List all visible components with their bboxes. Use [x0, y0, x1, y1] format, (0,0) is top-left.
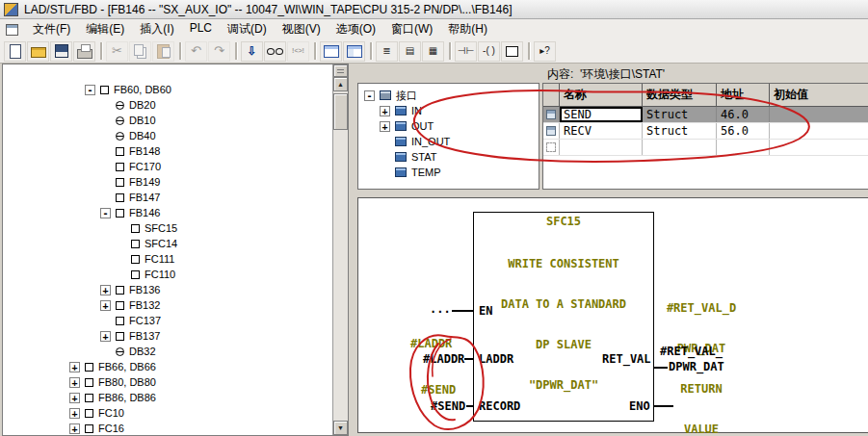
- tree-item-db40[interactable]: DB40: [3, 128, 332, 143]
- tree-item-fc110[interactable]: FC110: [3, 267, 332, 282]
- expander-plus-icon[interactable]: [69, 362, 80, 372]
- download-button[interactable]: ⇩: [241, 41, 263, 62]
- expander-minus-icon[interactable]: [100, 208, 111, 218]
- menu-item-window[interactable]: 窗口(W): [383, 19, 440, 39]
- expander-plus-icon[interactable]: [69, 393, 80, 403]
- expander-plus-icon[interactable]: [69, 377, 80, 388]
- tree-item-fb137[interactable]: FB137: [3, 328, 332, 344]
- tree-item-fc16[interactable]: FC16: [3, 421, 332, 435]
- interface-item-stat[interactable]: STAT: [358, 149, 539, 165]
- menu-item-insert[interactable]: 插入(I): [132, 19, 181, 39]
- scroll-up-button[interactable]: [333, 77, 348, 91]
- interface-item-in-out[interactable]: IN_OUT: [358, 134, 539, 149]
- interface-item-root[interactable]: 接口: [358, 88, 539, 103]
- new-button[interactable]: [4, 41, 26, 62]
- operand-laddr[interactable]: #LADDR: [423, 352, 464, 366]
- scroll-down-button[interactable]: [333, 421, 348, 435]
- tree-item-fb86-db86[interactable]: FB86, DB86: [3, 390, 332, 405]
- program-elements-button[interactable]: ▦: [422, 41, 444, 62]
- network-list-button[interactable]: ≣: [376, 41, 398, 62]
- insert-contact-button[interactable]: ⊣⊢: [455, 41, 477, 62]
- column-header-initial-value[interactable]: 初始值: [770, 84, 868, 107]
- splitter-grip[interactable]: [333, 64, 348, 77]
- expander-plus-icon[interactable]: [100, 300, 111, 311]
- tree-item-fb146[interactable]: FB146: [3, 205, 332, 220]
- interface-item-in[interactable]: IN: [358, 103, 539, 118]
- scrollbar-thumb[interactable]: [333, 93, 348, 130]
- tree-item-sfc14[interactable]: SFC14: [3, 236, 332, 251]
- tree-item-fb136[interactable]: FB136: [3, 282, 332, 297]
- var-row-send[interactable]: SEND Struct 46.0: [543, 107, 868, 123]
- interface-item-label: IN: [411, 105, 422, 116]
- expander-plus-icon[interactable]: [380, 106, 390, 116]
- cell-datatype[interactable]: [643, 140, 717, 155]
- cell-address[interactable]: 56.0: [717, 123, 770, 139]
- column-header-datatype[interactable]: 数据类型: [643, 84, 717, 107]
- insert-box-button[interactable]: [501, 41, 523, 62]
- insert-coil-button[interactable]: -( ): [478, 41, 500, 62]
- tree-item-fc111[interactable]: FC111: [3, 251, 332, 267]
- tree-item-sfc15[interactable]: SFC15: [3, 220, 332, 236]
- menu-item-file[interactable]: 文件(F): [25, 19, 78, 39]
- cell-datatype[interactable]: Struct: [643, 123, 717, 139]
- column-header-address[interactable]: 地址: [717, 84, 770, 107]
- expander-minus-icon[interactable]: [85, 85, 95, 95]
- cell-address[interactable]: 46.0: [717, 107, 770, 122]
- tree-item-fb60-db60[interactable]: FB60, DB60: [3, 82, 332, 97]
- expander-plus-icon[interactable]: [100, 285, 111, 295]
- var-row-empty[interactable]: [543, 140, 868, 156]
- tree-item-fb148[interactable]: FB148: [3, 143, 332, 159]
- menu-item-options[interactable]: 选项(O): [329, 19, 383, 39]
- save-button[interactable]: [50, 41, 72, 62]
- tree-item-fb147[interactable]: FB147: [3, 190, 332, 205]
- mdi-child-icon[interactable]: [6, 24, 18, 36]
- tree-item-fc10[interactable]: FC10: [3, 405, 332, 421]
- menu-item-plc[interactable]: PLC: [182, 19, 220, 39]
- cell-name[interactable]: RECV: [560, 123, 643, 139]
- tree-item-fc170[interactable]: FC170: [3, 159, 332, 174]
- menu-item-edit[interactable]: 编辑(E): [78, 19, 132, 39]
- context-help-button[interactable]: ▸?: [534, 41, 556, 62]
- overview-window-button[interactable]: [320, 41, 342, 62]
- tree-item-db32[interactable]: DB32: [3, 344, 332, 359]
- menu-item-help[interactable]: 帮助(H): [440, 19, 495, 39]
- menu-item-debug[interactable]: 调试(D): [220, 19, 275, 39]
- expander-plus-icon[interactable]: [380, 121, 390, 132]
- interface-item-out[interactable]: OUT: [358, 118, 539, 134]
- expander-plus-icon[interactable]: [69, 423, 80, 434]
- tree-item-db20[interactable]: DB20: [3, 97, 332, 113]
- detail-window-button[interactable]: [343, 41, 365, 62]
- tree-item-fb80-db80[interactable]: FB80, DB80: [3, 374, 332, 390]
- var-row-recv[interactable]: RECV Struct 56.0: [543, 123, 868, 140]
- menu-item-view[interactable]: 视图(V): [275, 19, 329, 39]
- expander-minus-icon[interactable]: [364, 90, 375, 101]
- open-button[interactable]: [27, 41, 49, 62]
- cell-address[interactable]: [717, 140, 770, 155]
- interface-item-temp[interactable]: TEMP: [358, 165, 539, 180]
- cell-datatype[interactable]: Struct: [643, 107, 717, 122]
- operand-ret-val-line1[interactable]: #RET_VAL_: [660, 345, 723, 358]
- symbol-info-button[interactable]: ▤: [399, 41, 421, 62]
- tree-scrollbar[interactable]: [332, 64, 348, 435]
- operand-ret-val-line2[interactable]: DPWR_DAT: [669, 360, 724, 373]
- tree-item-fc137[interactable]: FC137: [3, 313, 332, 328]
- cell-name[interactable]: SEND: [560, 107, 643, 122]
- tree-item-label: FC10: [98, 407, 124, 419]
- cell-initial-value[interactable]: [770, 123, 868, 139]
- operand-en[interactable]: ...: [430, 302, 451, 316]
- cell-name[interactable]: [560, 140, 643, 155]
- tree-item-fb149[interactable]: FB149: [3, 174, 332, 190]
- expander-plus-icon[interactable]: [69, 408, 80, 419]
- expander-plus-icon[interactable]: [100, 331, 111, 342]
- interface-item-label: OUT: [411, 120, 434, 132]
- print-button[interactable]: [73, 41, 95, 62]
- tree-item-fb132[interactable]: FB132: [3, 297, 332, 313]
- tree-item-fb66-db66[interactable]: FB66, DB66: [3, 359, 332, 374]
- monitor-glasses-button[interactable]: [264, 41, 286, 62]
- column-header-name[interactable]: 名称: [560, 84, 643, 107]
- cell-initial-value[interactable]: [770, 107, 868, 122]
- tree-item-db10[interactable]: DB10: [3, 113, 332, 128]
- comment-line: "DPWR_DAT": [473, 378, 654, 392]
- operand-send[interactable]: #SEND: [431, 399, 465, 413]
- cell-initial-value[interactable]: [770, 140, 868, 155]
